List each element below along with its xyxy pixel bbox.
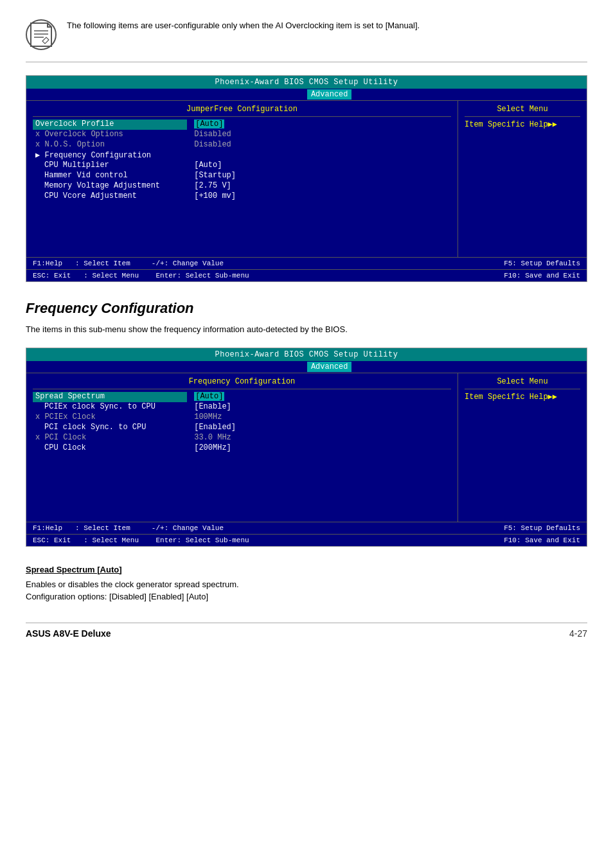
bios-footer-2b: ESC: Exit : Select Menu Enter: Select Su… bbox=[26, 534, 587, 546]
bios-item-label: x Overclock Options bbox=[33, 130, 187, 140]
bios-item-value: [Auto] bbox=[187, 161, 222, 171]
bios-help-text-1: Item Specific Help▶▶ bbox=[465, 120, 580, 129]
bios-item-row: x Overclock Options Disabled bbox=[33, 130, 451, 140]
bios-item-row: PCI clock Sync. to CPU [Enabled] bbox=[33, 423, 451, 433]
bios-main-1: JumperFree Configuration Overclock Profi… bbox=[26, 100, 587, 257]
bios-left-1: JumperFree Configuration Overclock Profi… bbox=[26, 101, 458, 257]
bios-item-row: x PCIEx Clock 100MHz bbox=[33, 412, 451, 423]
note-icon bbox=[26, 19, 57, 50]
bios-item-label[interactable]: Hammer Vid control bbox=[33, 171, 187, 181]
bios-right-1: Select Menu Item Specific Help▶▶ bbox=[458, 101, 587, 257]
bios-item-label[interactable]: CPU Multiplier bbox=[33, 161, 187, 171]
bios-item-label[interactable]: PCIEx clock Sync. to CPU bbox=[33, 402, 187, 412]
bios-item-value: [Startup] bbox=[187, 171, 236, 181]
bios-item-value: Disabled bbox=[187, 140, 231, 150]
bios-item-value: Disabled bbox=[187, 130, 231, 140]
bios-main-2: Frequency Configuration Spread Spectrum … bbox=[26, 373, 587, 522]
bios-left-2: Frequency Configuration Spread Spectrum … bbox=[26, 373, 458, 522]
bios-item-label: x PCIEx Clock bbox=[33, 412, 187, 423]
bios-item-label[interactable]: CPU Vcore Adjustment bbox=[33, 191, 187, 202]
footer-f10: F10: Save and Exit bbox=[504, 272, 580, 279]
bios-left-title-2: Frequency Configuration bbox=[33, 377, 451, 389]
bios-item-value: [Enabled] bbox=[187, 423, 236, 433]
bios-footer-1: F1:Help : Select Item -/+: Change Value … bbox=[26, 257, 587, 269]
bios-item-label[interactable]: PCI clock Sync. to CPU bbox=[33, 423, 187, 433]
bios-screen-1: Phoenix-Award BIOS CMOS Setup Utility Ad… bbox=[26, 75, 587, 282]
bios-item-row: CPU Multiplier [Auto] bbox=[33, 161, 451, 171]
spread-spectrum-heading: Spread Spectrum [Auto] bbox=[26, 565, 587, 574]
bios-items-1: Overclock Profile [Auto] x Overclock Opt… bbox=[33, 120, 451, 202]
bios-item-value: [Enable] bbox=[187, 402, 231, 412]
bios-item-value: [+100 mv] bbox=[187, 191, 236, 202]
footer-esc: ESC: Exit : Select Menu Enter: Select Su… bbox=[33, 272, 249, 279]
bios-item-value: [Auto] bbox=[187, 120, 224, 130]
top-note-text: The following items are user-configurabl… bbox=[67, 19, 420, 32]
page-container: The following items are user-configurabl… bbox=[0, 0, 613, 658]
bios-item-label[interactable]: CPU Clock bbox=[33, 443, 187, 454]
footer-f5: F5: Setup Defaults bbox=[504, 260, 580, 267]
bios-title-1: Phoenix-Award BIOS CMOS Setup Utility bbox=[26, 76, 587, 89]
bios-item-row: CPU Vcore Adjustment [+100 mv] bbox=[33, 191, 451, 202]
bios-item-label[interactable]: Spread Spectrum bbox=[33, 392, 187, 402]
bios-item-value: [Auto] bbox=[187, 392, 224, 402]
bios-item-row: x PCI Clock 33.0 MHz bbox=[33, 433, 451, 443]
bios-menu-bar-1: Advanced bbox=[26, 89, 587, 100]
bios-footer-1b: ESC: Exit : Select Menu Enter: Select Su… bbox=[26, 269, 587, 281]
bios-item-row: CPU Clock [200MHz] bbox=[33, 443, 451, 454]
bios-item-value: 33.0 MHz bbox=[187, 433, 231, 443]
bios-item-row: PCIEx clock Sync. to CPU [Enable] bbox=[33, 402, 451, 412]
bios-item-label[interactable]: ▶ Frequency Configuration bbox=[33, 150, 187, 161]
bios-item-value bbox=[187, 150, 190, 161]
footer-f1: F1:Help : Select Item -/+: Change Value bbox=[33, 260, 224, 267]
bios-right-2: Select Menu Item Specific Help▶▶ bbox=[458, 373, 587, 522]
bios-title-2: Phoenix-Award BIOS CMOS Setup Utility bbox=[26, 348, 587, 361]
bios-item-row: Overclock Profile [Auto] bbox=[33, 120, 451, 130]
bios-item-value: [200MHz] bbox=[187, 443, 231, 454]
bios-item-row: Hammer Vid control [Startup] bbox=[33, 171, 451, 181]
bios-item-label: x PCI Clock bbox=[33, 433, 187, 443]
footer-f1-2: F1:Help : Select Item -/+: Change Value bbox=[33, 524, 224, 532]
bios-item-row: x N.O.S. Option Disabled bbox=[33, 140, 451, 150]
spread-spectrum-body: Enables or disables the clock generator … bbox=[26, 578, 587, 603]
bios-item-label[interactable]: Memory Voltage Adjustment bbox=[33, 181, 187, 191]
bios-item-row: Spread Spectrum [Auto] bbox=[33, 392, 451, 402]
bios-item-value: [2.75 V] bbox=[187, 181, 231, 191]
bios-item-label: x N.O.S. Option bbox=[33, 140, 187, 150]
bios-menu-bar-2: Advanced bbox=[26, 361, 587, 373]
bios-item-row: ▶ Frequency Configuration bbox=[33, 150, 451, 161]
bios-item-row: Memory Voltage Adjustment [2.75 V] bbox=[33, 181, 451, 191]
bios-left-title-1: JumperFree Configuration bbox=[33, 105, 451, 117]
freq-config-intro: The items in this sub-menu show the freq… bbox=[26, 323, 587, 336]
footer-f5-2: F5: Setup Defaults bbox=[504, 524, 580, 532]
bios-items-2: Spread Spectrum [Auto] PCIEx clock Sync.… bbox=[33, 392, 451, 454]
footer-esc-2: ESC: Exit : Select Menu Enter: Select Su… bbox=[33, 536, 249, 544]
top-note: The following items are user-configurabl… bbox=[26, 13, 587, 62]
bios-help-text-2: Item Specific Help▶▶ bbox=[465, 392, 580, 402]
footer-f10-2: F10: Save and Exit bbox=[504, 536, 580, 544]
bios-item-label[interactable]: Overclock Profile bbox=[33, 120, 187, 130]
bios-right-title-1: Select Menu bbox=[465, 105, 580, 117]
bios-item-value: 100MHz bbox=[187, 412, 222, 423]
footer-right-text: 4-27 bbox=[569, 628, 587, 639]
page-footer: ASUS A8V-E Deluxe 4-27 bbox=[26, 623, 587, 639]
freq-config-heading: Frequency Configuration bbox=[26, 300, 587, 317]
bios-right-title-2: Select Menu bbox=[465, 377, 580, 389]
footer-left-text: ASUS A8V-E Deluxe bbox=[26, 628, 111, 639]
bios-screen-2: Phoenix-Award BIOS CMOS Setup Utility Ad… bbox=[26, 348, 587, 547]
bios-footer-2: F1:Help : Select Item -/+: Change Value … bbox=[26, 522, 587, 534]
